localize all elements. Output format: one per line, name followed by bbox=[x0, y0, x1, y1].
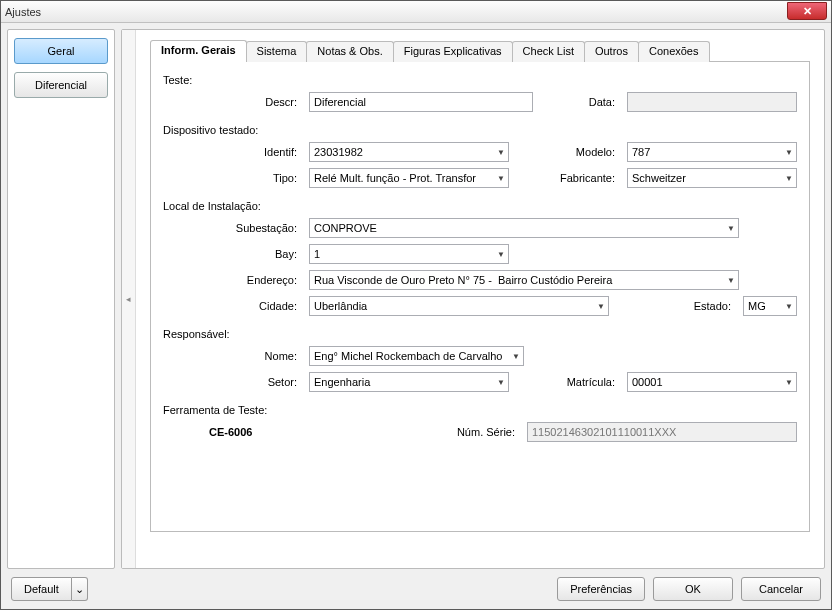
label-estado: Estado: bbox=[667, 300, 737, 312]
label-cidade: Cidade: bbox=[163, 300, 303, 312]
section-teste: Teste: Descr: Data: bbox=[163, 74, 797, 112]
section-title: Dispositivo testado: bbox=[163, 124, 797, 136]
button-label: Preferências bbox=[570, 583, 632, 595]
tab-label: Notas & Obs. bbox=[317, 45, 382, 57]
label-bay: Bay: bbox=[163, 248, 303, 260]
button-label: OK bbox=[685, 583, 701, 595]
close-icon: ✕ bbox=[803, 5, 812, 18]
descr-input[interactable] bbox=[309, 92, 533, 112]
matricula-combo[interactable]: ▼ bbox=[627, 372, 797, 392]
tab-label: Figuras Explicativas bbox=[404, 45, 502, 57]
label-subestacao: Subestação: bbox=[163, 222, 303, 234]
subestacao-input[interactable] bbox=[309, 218, 739, 238]
label-fabricante: Fabricante: bbox=[551, 172, 621, 184]
data-input bbox=[627, 92, 797, 112]
tabs: Inform. Gerais Sistema Notas & Obs. Figu… bbox=[150, 40, 810, 62]
subestacao-combo[interactable]: ▼ bbox=[309, 218, 739, 238]
button-label: Default bbox=[24, 583, 59, 595]
modelo-combo[interactable]: ▼ bbox=[627, 142, 797, 162]
tab-label: Sistema bbox=[257, 45, 297, 57]
content: Geral Diferencial ◂ Inform. Gerais Siste… bbox=[1, 23, 831, 609]
default-split-button: Default ⌄ bbox=[11, 577, 88, 601]
cancelar-button[interactable]: Cancelar bbox=[741, 577, 821, 601]
setor-combo[interactable]: ▼ bbox=[309, 372, 509, 392]
tab-notas-obs[interactable]: Notas & Obs. bbox=[306, 41, 393, 62]
estado-input[interactable] bbox=[743, 296, 797, 316]
label-num-serie: Núm. Série: bbox=[441, 426, 521, 438]
tab-figuras[interactable]: Figuras Explicativas bbox=[393, 41, 513, 62]
chevron-down-icon: ⌄ bbox=[75, 583, 84, 596]
tab-sistema[interactable]: Sistema bbox=[246, 41, 308, 62]
section-title: Local de Instalação: bbox=[163, 200, 797, 212]
num-serie-input bbox=[527, 422, 797, 442]
section-title: Responsável: bbox=[163, 328, 797, 340]
modelo-input[interactable] bbox=[627, 142, 797, 162]
label-data: Data: bbox=[551, 96, 621, 108]
sidebar-item-label: Geral bbox=[48, 45, 75, 57]
section-responsavel: Responsável: Nome: ▼ Setor: ▼ bbox=[163, 328, 797, 392]
label-identif: Identif: bbox=[163, 146, 303, 158]
endereco-input[interactable] bbox=[309, 270, 739, 290]
label-setor: Setor: bbox=[163, 376, 303, 388]
ferramenta-modelo: CE-6006 bbox=[209, 426, 252, 438]
estado-combo[interactable]: ▼ bbox=[743, 296, 797, 316]
upper-area: Geral Diferencial ◂ Inform. Gerais Siste… bbox=[7, 29, 825, 569]
label-tipo: Tipo: bbox=[163, 172, 303, 184]
section-dispositivo: Dispositivo testado: Identif: ▼ Modelo: … bbox=[163, 124, 797, 188]
label-modelo: Modelo: bbox=[551, 146, 621, 158]
section-title: Ferramenta de Teste: bbox=[163, 404, 797, 416]
matricula-input[interactable] bbox=[627, 372, 797, 392]
chevron-left-icon: ◂ bbox=[126, 294, 131, 304]
button-label: Cancelar bbox=[759, 583, 803, 595]
tab-label: Conexões bbox=[649, 45, 699, 57]
tipo-combo[interactable]: ▼ bbox=[309, 168, 509, 188]
endereco-combo[interactable]: ▼ bbox=[309, 270, 739, 290]
identif-input[interactable] bbox=[309, 142, 509, 162]
sidebar-item-diferencial[interactable]: Diferencial bbox=[14, 72, 108, 98]
tab-label: Outros bbox=[595, 45, 628, 57]
label-descr: Descr: bbox=[163, 96, 303, 108]
label-endereco: Endereço: bbox=[163, 274, 303, 286]
tipo-input[interactable] bbox=[309, 168, 509, 188]
footer: Default ⌄ Preferências OK Cancelar bbox=[7, 575, 825, 603]
tab-label: Inform. Gerais bbox=[161, 44, 236, 56]
tab-check-list[interactable]: Check List bbox=[512, 41, 585, 62]
sidebar-item-label: Diferencial bbox=[35, 79, 87, 91]
default-button[interactable]: Default bbox=[11, 577, 72, 601]
label-nome: Nome: bbox=[163, 350, 303, 362]
tab-conexoes[interactable]: Conexões bbox=[638, 41, 710, 62]
collapse-gutter[interactable]: ◂ bbox=[122, 30, 136, 568]
tab-body: Teste: Descr: Data: Dispositivo t bbox=[150, 62, 810, 532]
sidebar-item-geral[interactable]: Geral bbox=[14, 38, 108, 64]
tab-inform-gerais[interactable]: Inform. Gerais bbox=[150, 40, 247, 62]
window-title: Ajustes bbox=[5, 6, 41, 18]
titlebar: Ajustes ✕ bbox=[1, 1, 831, 23]
nome-combo[interactable]: ▼ bbox=[309, 346, 524, 366]
tab-outros[interactable]: Outros bbox=[584, 41, 639, 62]
main-panel: ◂ Inform. Gerais Sistema Notas & Obs. Fi… bbox=[121, 29, 825, 569]
default-dropdown[interactable]: ⌄ bbox=[72, 577, 88, 601]
window: Ajustes ✕ Geral Diferencial ◂ bbox=[0, 0, 832, 610]
identif-combo[interactable]: ▼ bbox=[309, 142, 509, 162]
bay-input[interactable] bbox=[309, 244, 509, 264]
ok-button[interactable]: OK bbox=[653, 577, 733, 601]
tab-label: Check List bbox=[523, 45, 574, 57]
preferencias-button[interactable]: Preferências bbox=[557, 577, 645, 601]
section-title: Teste: bbox=[163, 74, 797, 86]
nome-input[interactable] bbox=[309, 346, 524, 366]
close-button[interactable]: ✕ bbox=[787, 2, 827, 20]
sidebar: Geral Diferencial bbox=[7, 29, 115, 569]
section-local: Local de Instalação: Subestação: ▼ Bay: bbox=[163, 200, 797, 316]
section-ferramenta: Ferramenta de Teste: CE-6006 Núm. Série: bbox=[163, 404, 797, 442]
bay-combo[interactable]: ▼ bbox=[309, 244, 509, 264]
fabricante-input[interactable] bbox=[627, 168, 797, 188]
panel: Inform. Gerais Sistema Notas & Obs. Figu… bbox=[136, 30, 824, 568]
label-matricula: Matrícula: bbox=[551, 376, 621, 388]
cidade-combo[interactable]: ▼ bbox=[309, 296, 609, 316]
setor-input[interactable] bbox=[309, 372, 509, 392]
fabricante-combo[interactable]: ▼ bbox=[627, 168, 797, 188]
cidade-input[interactable] bbox=[309, 296, 609, 316]
